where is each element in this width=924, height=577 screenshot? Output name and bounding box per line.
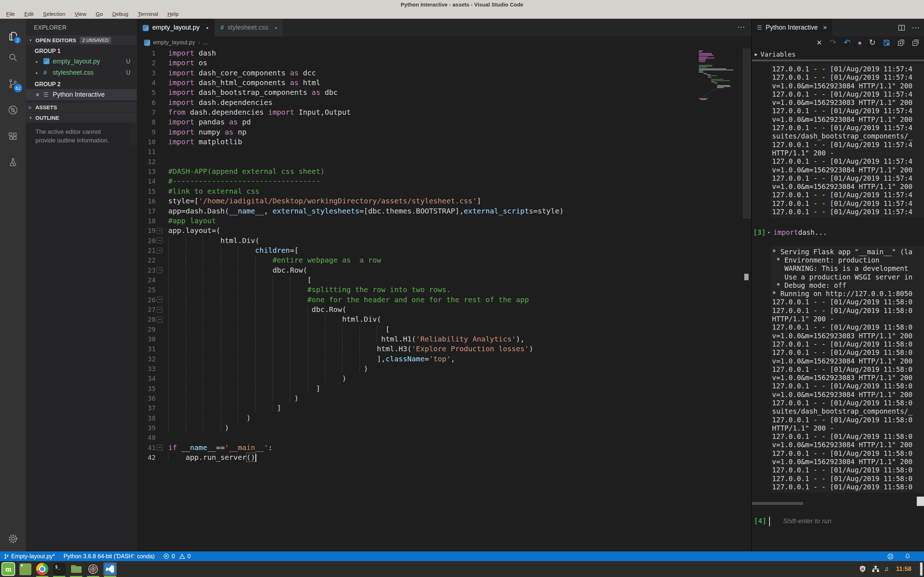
menu-selection[interactable]: Selection xyxy=(38,10,70,18)
menu-view[interactable]: View xyxy=(70,10,91,18)
titlebar[interactable]: Python Interactive - assets - Visual Stu… xyxy=(0,0,924,10)
fold-icon[interactable]: − xyxy=(157,307,162,313)
editor-scrollbar[interactable] xyxy=(743,48,751,219)
breadcrumb[interactable]: empty_layout.py › ... xyxy=(137,36,751,48)
panel-log[interactable]: 127.0.0.1 - - [01/Aug/2019 11:57:4127.0.… xyxy=(752,61,924,501)
open-editor-stylesheet[interactable]: ● # stylesheet.css U xyxy=(26,67,137,78)
open-editor-empty-layout[interactable]: ● empty_layout.py U xyxy=(26,56,137,67)
fold-icon[interactable]: − xyxy=(157,267,162,273)
fold-icon[interactable]: − xyxy=(157,238,162,243)
prompt-arrow-icon[interactable]: ▸ xyxy=(768,228,770,237)
shield-security-icon[interactable] xyxy=(858,565,867,574)
chrome-icon[interactable] xyxy=(36,562,49,576)
modified-dot-icon[interactable]: ● xyxy=(275,26,277,30)
code-line: 27− dbc.Row( xyxy=(137,305,751,314)
menu-edit[interactable]: Edit xyxy=(19,10,38,18)
code-text: if __name__=='__main__': xyxy=(168,443,273,453)
sidebar-title: EXPLORER xyxy=(26,19,137,35)
breadcrumb-more[interactable]: ... xyxy=(203,39,208,46)
fold-icon[interactable]: − xyxy=(157,228,162,234)
close-icon[interactable]: ✕ xyxy=(822,24,827,31)
open-editor-python-interactive[interactable]: ✕ ☰ Python Interactive xyxy=(26,89,137,100)
outline-section-header[interactable]: ▼ OUTLINE xyxy=(26,113,137,122)
variables-section[interactable]: ▶ Variables xyxy=(752,49,924,60)
vscrollbar-thumb[interactable] xyxy=(917,496,924,506)
fold-icon[interactable]: − xyxy=(157,445,162,450)
show-desktop-button[interactable] xyxy=(920,562,922,575)
code-editor[interactable]: 1import dash2import os3import dash_core_… xyxy=(137,48,751,551)
status-bar: Empty-layout.py* Python 3.6.8 64-bit ('D… xyxy=(0,551,924,561)
undo-icon[interactable]: ↶ xyxy=(844,38,850,47)
fold-icon[interactable]: − xyxy=(157,317,162,322)
code-line: 32 ],className='top', xyxy=(137,354,751,364)
code-line: 12 xyxy=(137,157,751,167)
taskbar-clock[interactable]: 11:58 xyxy=(896,566,911,573)
assets-section-header[interactable]: ▷ ASSETS xyxy=(26,102,137,112)
minimap[interactable] xyxy=(699,50,736,105)
collapse-all-icon[interactable] xyxy=(912,39,919,46)
menu-go[interactable]: Go xyxy=(91,10,108,18)
fold-icon[interactable]: − xyxy=(157,248,162,253)
code-line: 23− dbc.Row( xyxy=(137,266,751,275)
modified-dot-icon[interactable]: ● xyxy=(206,26,208,30)
line-number: 36 xyxy=(137,393,155,403)
code-text: html.Div( xyxy=(168,236,260,246)
feedback-smiley-icon[interactable] xyxy=(887,553,894,560)
interactive-input[interactable]: [4] Shift-enter to run xyxy=(752,506,924,551)
tab-python-interactive[interactable]: ☰ Python Interactive ✕ xyxy=(752,19,832,36)
log-line: 127.0.0.1 - - [01/Aug/2019 11:57:4 xyxy=(772,157,924,166)
more-actions-icon[interactable]: ⋯ xyxy=(912,23,920,32)
git-branch-item[interactable]: Empty-layout.py* xyxy=(3,553,55,560)
restart-kernel-icon[interactable]: ↻ xyxy=(869,38,876,47)
warning-count: 0 xyxy=(187,553,191,560)
extensions-icon[interactable] xyxy=(0,127,26,147)
settings-gear-icon[interactable] xyxy=(0,529,26,549)
explorer-icon[interactable]: 2 xyxy=(0,26,26,47)
python-interpreter-item[interactable]: Python 3.6.8 64-bit ('DASH': conda) xyxy=(63,553,155,560)
stop-icon[interactable]: ■ xyxy=(858,40,861,46)
volume-music-icon[interactable]: ♫ xyxy=(884,566,889,573)
search-icon[interactable] xyxy=(0,47,26,68)
expand-all-icon[interactable] xyxy=(898,39,905,46)
export-save-icon[interactable] xyxy=(883,39,890,46)
outline-message: The active editor cannot provide outline… xyxy=(26,122,129,145)
split-editor-icon[interactable] xyxy=(898,24,905,31)
vscode-icon[interactable] xyxy=(103,562,117,576)
branch-icon xyxy=(3,553,9,560)
line-number: 42 xyxy=(137,453,155,462)
test-beaker-icon[interactable] xyxy=(0,153,26,173)
input-prompt: [4] xyxy=(754,517,766,525)
menu-help[interactable]: Help xyxy=(163,10,183,18)
menu-debug[interactable]: Debug xyxy=(108,10,133,18)
tab-empty-layout[interactable]: empty_layout.py ● xyxy=(137,19,215,36)
open-editors-header[interactable]: ▼ OPEN EDITORS 2 UNSAVED xyxy=(26,35,137,45)
terminal-icon[interactable]: $_ xyxy=(52,562,66,576)
source-control-icon[interactable]: 62 xyxy=(0,74,26,94)
network-icon[interactable] xyxy=(871,565,880,574)
problems-item[interactable]: 0 0 xyxy=(163,553,191,560)
code-line: 38 ) xyxy=(137,413,751,423)
menu-file[interactable]: File xyxy=(2,10,19,18)
editor-more-actions-icon[interactable]: ⋯ xyxy=(737,23,745,32)
menu-terminal[interactable]: Terminal xyxy=(133,10,163,18)
code-line: 20− html.Div( xyxy=(137,236,751,246)
panel-hscrollbar[interactable] xyxy=(752,501,924,506)
hscrollbar-thumb[interactable] xyxy=(752,502,803,505)
app-window-icon[interactable] xyxy=(18,562,32,576)
redo-icon[interactable]: ↷ xyxy=(830,38,836,47)
file-manager-folder-icon[interactable] xyxy=(69,562,83,576)
close-icon[interactable]: ✕ xyxy=(36,92,43,98)
line-number: 12 xyxy=(137,157,155,167)
breadcrumb-file[interactable]: empty_layout.py xyxy=(153,39,195,46)
web-graph-icon[interactable] xyxy=(86,562,100,576)
code-text: ) xyxy=(168,423,229,433)
tab-stylesheet[interactable]: # stylesheet.css ● xyxy=(215,19,283,36)
mint-menu-icon[interactable]: m xyxy=(2,562,15,576)
code-text: html.H1('Reliability Analytics'), xyxy=(168,334,525,344)
code-line: 28− html.Div( xyxy=(137,314,751,324)
debug-icon[interactable] xyxy=(0,100,26,120)
code-text: #one for the header and one for the rest… xyxy=(168,295,529,305)
fold-icon[interactable]: − xyxy=(157,297,162,303)
notifications-bell-icon[interactable] xyxy=(904,553,911,560)
clear-icon[interactable]: ✕ xyxy=(816,39,822,47)
